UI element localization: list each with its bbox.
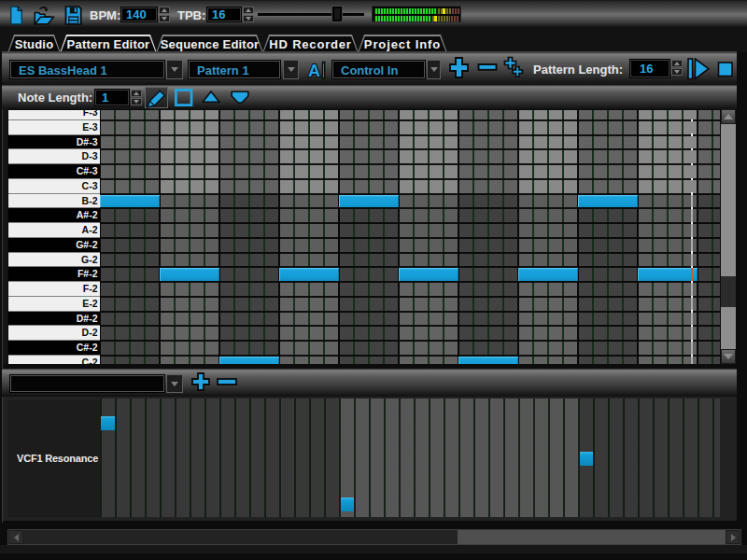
svg-text:A: A xyxy=(308,62,320,80)
